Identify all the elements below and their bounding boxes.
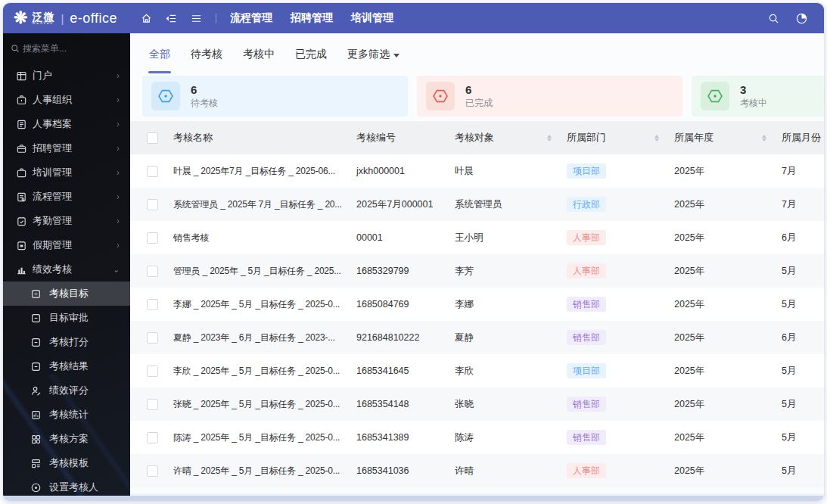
sidebar-search-icon [11,44,20,53]
sort-icon[interactable] [654,135,659,142]
nav-menu-item[interactable]: 培训管理 [351,11,393,25]
table-row[interactable]: 系统管理员 _ 2025年 7月 _目标任务 _ 20...2025年7月000… [130,188,824,221]
row-checkbox[interactable] [147,432,158,443]
table-row[interactable]: 李欣 _ 2025年 _ 5月 _目标任务 _ 2025-0...1685341… [130,354,824,387]
sidebar-subitem-考核方案[interactable]: 考核方案 [3,427,130,451]
cell-assessment-subject: 夏静 [455,331,567,344]
collapse-menu-icon[interactable] [166,13,177,24]
cell-assessment-subject: 李芳 [455,265,567,278]
column-header-考核编号: 考核编号 [356,131,455,145]
sidebar-subitem-绩效评分[interactable]: 绩效评分 [3,378,130,403]
hamburger-menu-icon[interactable] [191,13,202,24]
column-header-考核对象[interactable]: 考核对象 [455,131,567,145]
chevron-right-icon: › [117,70,120,80]
cell-department: 行政部 [567,197,674,213]
cell-assessment-subject: 李娜 [455,298,567,311]
stats-icon [30,409,42,421]
sidebar-item-绩效考核[interactable]: 绩效考核⌄ [3,257,130,282]
theme-toggle-icon[interactable] [796,13,807,24]
chevron-right-icon: › [117,216,120,226]
sidebar-item-人事组织[interactable]: 人事组织› [3,88,130,112]
search-icon[interactable] [768,13,779,24]
logo[interactable]: ❋ 泛微 WEAVER | e-office [3,10,130,26]
recruit-icon [16,143,27,154]
cell-department: 销售部 [567,330,674,346]
cell-assessment-name: 销售考核 [173,232,356,244]
table-row[interactable]: 管理员 _ 2025年 _ 5月 _目标任务 _ 2025...16853297… [130,254,824,288]
tab-已完成[interactable]: 已完成 [295,33,327,76]
sidebar-search[interactable]: 搜索菜单... [3,33,130,64]
cell-month: 7月 [782,198,824,211]
cell-year: 2025年 [674,265,782,278]
home-icon[interactable] [141,13,152,24]
weaver-logo-icon: ❋ [14,10,27,26]
sidebar-subitem-考核打分[interactable]: 考核打分 [3,330,130,354]
tab-全部[interactable]: 全部 [149,33,170,76]
nav-menu-item[interactable]: 招聘管理 [291,11,333,25]
sidebar-item-培训管理[interactable]: 培训管理› [3,160,130,185]
row-checkbox[interactable] [147,199,158,210]
sidebar-subitem-考核模板[interactable]: 考核模板 [3,451,130,475]
column-header-所属年度[interactable]: 所属年度 [674,131,782,145]
sidebar-subitem-目标审批[interactable]: 目标审批 [3,306,130,330]
nav-menu: 流程管理招聘管理培训管理 [230,11,393,25]
cell-assessment-name: 许晴 _ 2025年 _ 5月 _目标任务 _ 2025-0... [173,465,356,478]
cell-assessment-subject: 张晓 [455,398,567,411]
row-checkbox[interactable] [147,299,158,310]
table-row[interactable]: 销售考核00001王小明人事部2025年6月 [130,221,824,254]
department-tag: 销售部 [567,330,606,346]
row-checkbox[interactable] [147,332,158,344]
cell-month: 5月 [782,465,824,478]
sidebar-item-流程管理[interactable]: 流程管理› [3,185,130,209]
row-checkbox[interactable] [147,232,158,244]
cell-department: 项目部 [567,163,674,179]
column-header-考核名称: 考核名称 [173,131,356,145]
column-header-所属部门[interactable]: 所属部门 [567,131,674,145]
sidebar-item-考勤管理[interactable]: 考勤管理› [3,209,130,233]
sort-icon[interactable] [547,135,552,142]
sidebar-item-人事档案[interactable]: 人事档案› [3,112,130,136]
table-row[interactable]: 张晓 _ 2025年 _ 5月 _目标任务 _ 2025-0...1685354… [130,387,824,421]
table-row[interactable]: 夏静 _ 2023年 _ 6月 _目标任务 _ 2023-...92168481… [130,321,824,354]
approve-icon [30,313,42,324]
sidebar-subitem-考核统计[interactable]: 考核统计 [3,403,130,427]
row-checkbox[interactable] [147,465,158,477]
sidebar-item-招聘管理[interactable]: 招聘管理› [3,136,130,160]
cell-month: 5月 [782,398,824,411]
column-header-所属月份: 所属月份 [782,131,824,145]
sort-icon[interactable] [762,135,766,142]
cell-department: 销售部 [567,430,674,446]
cell-assessment-name: 叶晨 _ 2025年7月 _目标任务 _ 2025-06... [173,165,356,178]
row-checkbox[interactable] [147,266,158,277]
chevron-right-icon: › [117,167,120,177]
cell-assessment-name: 夏静 _ 2023年 _ 6月 _目标任务 _ 2023-... [173,331,356,344]
cell-assessment-subject: 陈涛 [455,431,567,444]
tab-待考核[interactable]: 待考核 [191,33,222,76]
more-filters-button[interactable]: 更多筛选 [347,48,400,61]
department-tag: 人事部 [567,230,606,246]
department-tag: 项目部 [567,363,606,379]
cell-month: 6月 [782,232,824,244]
row-checkbox[interactable] [147,166,158,177]
brand-name: 泛微 [32,11,54,22]
sidebar-item-假期管理[interactable]: 假期管理› [3,233,130,257]
table-row[interactable]: 许晴 _ 2025年 _ 5月 _目标任务 _ 2025-0...1685341… [130,454,824,487]
rating-icon [30,385,42,397]
row-checkbox[interactable] [147,366,158,377]
sidebar-subitem-考核结果[interactable]: 考核结果 [3,354,130,378]
tab-考核中[interactable]: 考核中 [243,33,275,76]
table-row[interactable]: 陈涛 _ 2025年 _ 5月 _目标任务 _ 2025-0...1685341… [130,421,824,454]
sidebar-item-门户[interactable]: 门户› [3,64,130,88]
sidebar-subitem-考核目标[interactable]: 考核目标 [3,282,130,306]
select-all-checkbox[interactable] [147,132,158,144]
portal-icon [16,70,27,82]
row-checkbox[interactable] [147,399,158,410]
sidebar-subitem-设置考核人[interactable]: 设置考核人 [3,475,130,496]
cell-year: 2025年 [674,431,782,444]
table-row[interactable]: 李娜 _ 2025年 _ 5月 _目标任务 _ 2025-0...1685084… [130,288,824,321]
hr-org-icon [16,95,27,106]
table-row[interactable]: 叶晨 _ 2025年7月 _目标任务 _ 2025-06...jxkh00000… [130,154,824,188]
cell-month: 5月 [782,298,824,311]
cell-assessment-name: 李欣 _ 2025年 _ 5月 _目标任务 _ 2025-0... [173,365,356,378]
nav-menu-item[interactable]: 流程管理 [230,11,272,25]
